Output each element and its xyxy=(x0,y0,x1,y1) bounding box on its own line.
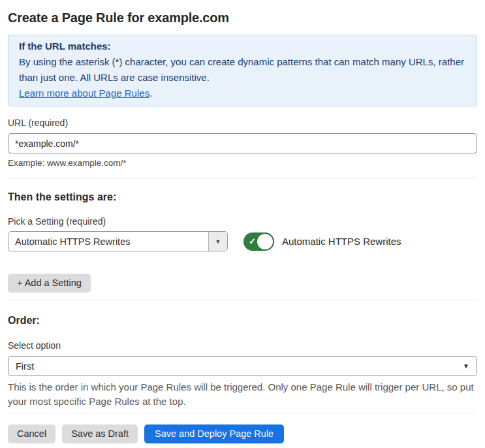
page-title: Create a Page Rule for example.com xyxy=(8,9,477,26)
page-rule-form: Create a Page Rule for example.com If th… xyxy=(0,9,485,443)
chevron-down-icon: ▼ xyxy=(463,362,469,370)
check-icon: ✓ xyxy=(249,236,256,246)
order-heading: Order: xyxy=(8,314,477,327)
divider xyxy=(8,178,477,178)
order-select-value: First xyxy=(16,361,34,372)
url-helper-text: Example: www.example.com/* xyxy=(8,158,477,168)
order-helper-text: This is the order in which your Page Rul… xyxy=(8,380,477,409)
toggle-knob xyxy=(257,234,273,249)
url-input[interactable] xyxy=(8,133,477,153)
save-deploy-button[interactable]: Save and Deploy Page Rule xyxy=(144,424,284,443)
divider xyxy=(8,413,477,413)
https-rewrites-toggle[interactable]: ✓ xyxy=(243,232,274,251)
learn-more-link[interactable]: Learn more about Page Rules xyxy=(19,88,149,99)
setting-dropdown[interactable]: Automatic HTTPS Rewrites ▼ xyxy=(8,231,228,251)
info-box-link-line: Learn more about Page Rules. xyxy=(19,86,466,101)
select-option-label: Select option xyxy=(8,340,477,351)
toggle-label: Automatic HTTPS Rewrites xyxy=(282,236,401,247)
settings-heading: Then the settings are: xyxy=(8,191,477,203)
cancel-button[interactable]: Cancel xyxy=(8,424,55,443)
info-box-body: By using the asterisk (*) character, you… xyxy=(19,54,466,86)
pick-setting-label: Pick a Setting (required) xyxy=(8,216,477,227)
link-suffix: . xyxy=(149,88,152,99)
divider xyxy=(8,300,477,300)
dropdown-arrow-button[interactable]: ▼ xyxy=(208,232,227,251)
url-label: URL (required) xyxy=(8,118,477,129)
info-box-heading: If the URL matches: xyxy=(19,39,466,54)
save-draft-button[interactable]: Save as Draft xyxy=(62,424,138,443)
footer-actions: Cancel Save as Draft Save and Deploy Pag… xyxy=(8,424,477,443)
order-select[interactable]: First ▼ xyxy=(8,356,477,376)
url-match-info-box: If the URL matches: By using the asteris… xyxy=(8,35,477,106)
chevron-down-icon: ▼ xyxy=(215,238,221,245)
setting-row: Automatic HTTPS Rewrites ▼ ✓ Automatic H… xyxy=(8,231,477,251)
setting-dropdown-value: Automatic HTTPS Rewrites xyxy=(8,232,208,251)
add-setting-button[interactable]: + Add a Setting xyxy=(8,274,91,293)
